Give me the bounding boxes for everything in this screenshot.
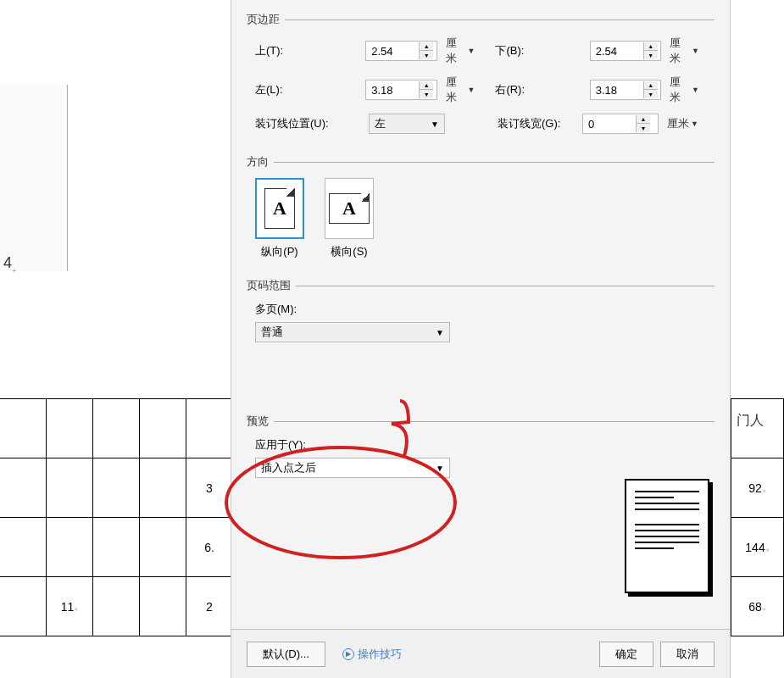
left-label: 左(L): — [255, 82, 306, 97]
right-table: 92₊ 144₊ 68₊ — [731, 398, 784, 636]
up-arrow-icon[interactable]: ▲ — [420, 81, 433, 90]
gutter-pos-label: 装订线位置(U): — [255, 116, 335, 131]
up-arrow-icon[interactable]: ▲ — [644, 42, 658, 51]
portrait-option[interactable]: A 纵向(P) — [255, 178, 304, 259]
table-row: 3 — [0, 458, 233, 518]
right-label: 右(R): — [495, 82, 546, 97]
orientation-group: 方向 A 纵向(P) A 横向(S) — [247, 154, 714, 266]
page-preview — [625, 479, 709, 593]
play-icon: ▶ — [342, 648, 354, 660]
bottom-input[interactable]: ▲▼ — [590, 41, 662, 61]
table-row — [0, 399, 233, 458]
preview-legend: 预览 — [247, 414, 269, 429]
page-setup-dialog: 页边距 上(T): ▲▼ 厘米▼ 下(B): ▲▼ 厘米▼ 左(L): ▲▼ — [231, 0, 731, 678]
down-arrow-icon[interactable]: ▼ — [637, 124, 650, 132]
down-arrow-icon[interactable]: ▼ — [420, 90, 433, 98]
multi-page-label: 多页(M): — [255, 302, 714, 317]
ok-button[interactable]: 确定 — [599, 642, 653, 667]
page-range-legend: 页码范围 — [247, 278, 291, 293]
down-arrow-icon[interactable]: ▼ — [644, 90, 658, 98]
table-row: 6. — [0, 518, 233, 577]
down-arrow-icon[interactable]: ▼ — [644, 51, 658, 59]
up-arrow-icon[interactable]: ▲ — [644, 81, 658, 90]
page-marker: 4₊ — [3, 254, 17, 275]
unit-dropdown[interactable]: 厘米▼ — [446, 75, 475, 105]
margins-group: 页边距 上(T): ▲▼ 厘米▼ 下(B): ▲▼ 厘米▼ 左(L): ▲▼ — [247, 12, 714, 142]
right-input[interactable]: ▲▼ — [590, 80, 662, 100]
gutter-width-label: 装订线宽(G): — [498, 116, 577, 131]
apply-to-label: 应用于(Y): — [255, 437, 714, 453]
left-input[interactable]: ▲▼ — [365, 80, 437, 100]
bottom-label: 下(B): — [495, 43, 546, 58]
cancel-button[interactable]: 取消 — [660, 642, 714, 667]
unit-dropdown[interactable]: 厘米▼ — [670, 36, 699, 66]
preview-group: 预览 应用于(Y): 插入点之后▼ — [247, 414, 714, 478]
orientation-legend: 方向 — [247, 154, 269, 170]
landscape-label: 横向(S) — [331, 244, 367, 259]
up-arrow-icon[interactable]: ▲ — [637, 115, 650, 124]
unit-dropdown[interactable]: 厘米▼ — [667, 116, 698, 131]
multi-page-select[interactable]: 普通▼ — [255, 322, 450, 342]
unit-dropdown[interactable]: 厘米▼ — [670, 75, 699, 105]
tips-link[interactable]: ▶ 操作技巧 — [342, 647, 402, 662]
down-arrow-icon[interactable]: ▼ — [420, 51, 433, 59]
background-table: 3 6. 11₊2 — [0, 398, 233, 636]
gutter-pos-select[interactable]: 左▼ — [369, 114, 445, 134]
dialog-buttons: 默认(D)... ▶ 操作技巧 确定 取消 — [231, 629, 730, 678]
default-button[interactable]: 默认(D)... — [247, 642, 325, 667]
up-arrow-icon[interactable]: ▲ — [420, 42, 433, 51]
top-input[interactable]: ▲▼ — [365, 41, 437, 61]
table-row: 11₊2 — [0, 577, 233, 636]
unit-dropdown[interactable]: 厘米▼ — [446, 36, 475, 66]
page-range-group: 页码范围 多页(M): 普通▼ — [247, 278, 714, 342]
landscape-option[interactable]: A 横向(S) — [325, 178, 374, 259]
top-label: 上(T): — [255, 43, 306, 58]
margins-legend: 页边距 — [247, 12, 280, 27]
gutter-width-input[interactable]: ▲▼ — [582, 114, 659, 134]
portrait-label: 纵向(P) — [261, 244, 297, 259]
apply-to-select[interactable]: 插入点之后▼ — [255, 458, 450, 478]
